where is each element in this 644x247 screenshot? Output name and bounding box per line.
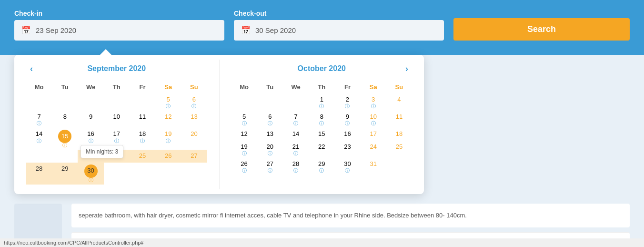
cal-day: [181, 163, 207, 185]
checkout-label: Check-out: [234, 10, 444, 17]
cal-day[interactable]: 29ⓘ: [309, 158, 334, 175]
cal-day[interactable]: 12: [155, 111, 181, 128]
search-button[interactable]: Search: [453, 18, 630, 41]
cal-day[interactable]: 26ⓘ: [231, 158, 257, 175]
cal-day: [257, 93, 283, 111]
cal-day[interactable]: 22: [309, 141, 334, 158]
day-header-th: Th: [104, 81, 130, 93]
cal-day[interactable]: 27: [181, 150, 207, 162]
cal-day[interactable]: 31: [361, 158, 386, 175]
cal-day[interactable]: 21ⓘ: [283, 141, 309, 158]
cal-day[interactable]: 12: [231, 128, 257, 140]
cal-day[interactable]: 14ⓘ: [26, 128, 52, 150]
header-bar: Check-in 📅 23 Sep 2020 Check-out 📅 30 Se…: [0, 0, 644, 55]
cal-day[interactable]: 30ⓘ: [334, 158, 360, 175]
cal-day[interactable]: 17: [361, 128, 386, 140]
checkin-calendar-icon: 📅: [21, 26, 31, 35]
cal-day[interactable]: 26: [155, 150, 181, 162]
cal-day[interactable]: 18: [386, 128, 412, 140]
cal-day[interactable]: 27ⓘ: [257, 158, 283, 175]
calendar-left: ‹ September 2020 Mo Tu We Th Fr Sa Su 5ⓘ…: [14, 55, 219, 194]
cal-day[interactable]: 11: [386, 111, 412, 128]
day-header-su-r: Su: [386, 81, 412, 93]
cal-day[interactable]: 7ⓘ: [283, 111, 309, 128]
day-header-tu: Tu: [52, 81, 78, 93]
cal-day[interactable]: 6ⓘ: [181, 93, 207, 111]
cal-day[interactable]: 5ⓘ: [231, 111, 257, 128]
cal-day[interactable]: 19ⓘ: [155, 128, 181, 150]
cal-day-selected-start[interactable]: 15ⓘ Min nights: 3: [52, 128, 78, 150]
cal-right-grid: Mo Tu We Th Fr Sa Su 1ⓘ 2ⓘ 3ⓘ 4 5ⓘ 6ⓘ 7ⓘ…: [231, 81, 413, 175]
cal-day[interactable]: 25: [386, 141, 412, 158]
cal-day[interactable]: 11: [130, 111, 155, 128]
cal-day[interactable]: 16: [334, 128, 360, 140]
cal-day[interactable]: 20: [181, 128, 207, 150]
cal-day-selected-end[interactable]: 30ⓘ: [78, 163, 103, 185]
cal-day[interactable]: 8ⓘ: [309, 111, 334, 128]
checkin-value: 23 Sep 2020: [36, 26, 76, 34]
checkout-calendar-icon: 📅: [241, 26, 251, 35]
cal-left-grid: Mo Tu We Th Fr Sa Su 5ⓘ 6ⓘ 7ⓘ 8 9 10 11 …: [26, 81, 207, 185]
cal-day: [52, 93, 78, 111]
cal-day[interactable]: 28ⓘ: [283, 158, 309, 175]
checkin-input[interactable]: 📅 23 Sep 2020: [14, 20, 224, 41]
cal-day[interactable]: 9: [78, 111, 103, 128]
day-header-sa-r: Sa: [361, 81, 386, 93]
cal-day[interactable]: 13: [181, 111, 207, 128]
day-header-su: Su: [181, 81, 207, 93]
cal-day[interactable]: 2ⓘ: [334, 93, 360, 111]
checkin-field: Check-in 📅 23 Sep 2020: [14, 10, 224, 41]
day-header-we: We: [78, 81, 103, 93]
cal-day: [78, 93, 103, 111]
cal-day: [104, 163, 130, 185]
next-month-button[interactable]: ›: [402, 62, 412, 76]
cal-day[interactable]: 19ⓘ: [231, 141, 257, 158]
cal-day: [130, 163, 155, 185]
cal-day[interactable]: 20ⓘ: [257, 141, 283, 158]
day-header-th-r: Th: [309, 81, 334, 93]
cal-day[interactable]: 10: [104, 111, 130, 128]
cal-day[interactable]: 9ⓘ: [334, 111, 360, 128]
room-description: seperate bathroom, with hair dryer, cosm…: [71, 204, 630, 228]
day-header-we-r: We: [283, 81, 309, 93]
prev-month-button[interactable]: ‹: [26, 62, 37, 76]
cal-day: [52, 150, 78, 162]
min-nights-tooltip: Min nights: 3: [80, 145, 123, 158]
cal-day[interactable]: 28: [26, 163, 52, 185]
cal-day[interactable]: 24: [361, 141, 386, 158]
cal-day[interactable]: 7ⓘ: [26, 111, 52, 128]
cal-day: [155, 163, 181, 185]
checkout-input[interactable]: 📅 30 Sep 2020: [234, 20, 444, 41]
day-header-tu-r: Tu: [257, 81, 283, 93]
checkin-label: Check-in: [14, 10, 224, 17]
cal-day[interactable]: 5ⓘ: [155, 93, 181, 111]
cal-day[interactable]: 15: [309, 128, 334, 140]
cal-day[interactable]: 14: [283, 128, 309, 140]
cal-day[interactable]: 29: [52, 163, 78, 185]
day-header-fr-r: Fr: [334, 81, 360, 93]
cal-day[interactable]: 8: [52, 111, 78, 128]
cal-day[interactable]: 23: [334, 141, 360, 158]
cal-day[interactable]: 13: [257, 128, 283, 140]
cal-day[interactable]: 1ⓘ: [309, 93, 334, 111]
day-header-mo: Mo: [26, 81, 52, 93]
day-header-sa: Sa: [155, 81, 181, 93]
cal-day: [104, 93, 130, 111]
cal-day[interactable]: 10ⓘ: [361, 111, 386, 128]
cal-day[interactable]: 25: [130, 150, 155, 162]
day-header-mo-r: Mo: [231, 81, 257, 93]
cal-day[interactable]: 3ⓘ: [361, 93, 386, 111]
cal-day: [283, 93, 309, 111]
cal-left-header: ‹ September 2020: [26, 64, 207, 73]
cal-day: [231, 93, 257, 111]
cal-day[interactable]: 18ⓘ: [130, 128, 155, 150]
cal-day[interactable]: 6ⓘ: [257, 111, 283, 128]
cal-day: [26, 150, 52, 162]
day-header-fr: Fr: [130, 81, 155, 93]
cal-day: [26, 93, 52, 111]
cal-left-title: September 2020: [26, 64, 207, 73]
status-url: https://neo.cultbooking.com/CPC/AllProdu…: [4, 240, 144, 246]
status-bar: https://neo.cultbooking.com/CPC/AllProdu…: [0, 238, 644, 247]
cal-day[interactable]: 4: [386, 93, 412, 111]
calendar-popup: ‹ September 2020 Mo Tu We Th Fr Sa Su 5ⓘ…: [14, 55, 424, 194]
